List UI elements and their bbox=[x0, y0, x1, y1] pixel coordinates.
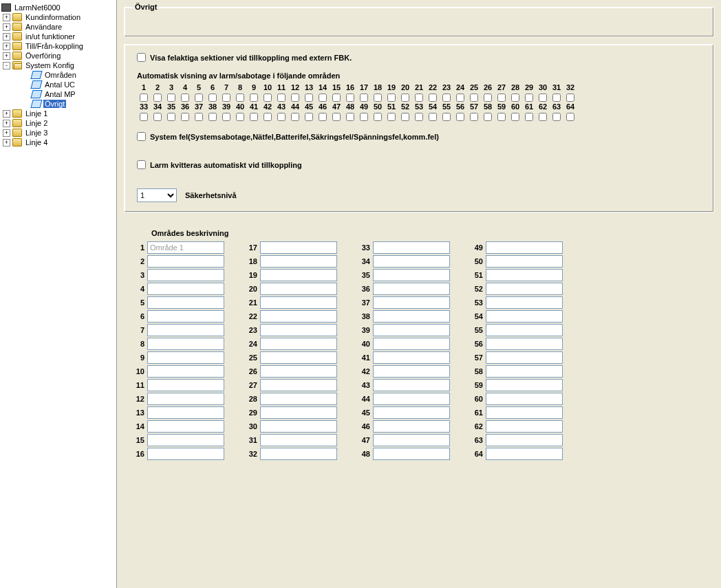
area-13-checkbox[interactable] bbox=[305, 94, 313, 102]
area-60-checkbox[interactable] bbox=[511, 113, 519, 121]
area-20-checkbox[interactable] bbox=[401, 94, 409, 102]
area-41-desc-input[interactable] bbox=[373, 351, 450, 364]
area-9-desc-input[interactable] bbox=[147, 351, 224, 364]
area-5-desc-input[interactable] bbox=[147, 296, 224, 309]
area-50-checkbox[interactable] bbox=[374, 113, 382, 121]
area-47-desc-input[interactable] bbox=[373, 434, 450, 446]
area-15-checkbox[interactable] bbox=[332, 94, 341, 102]
expand-icon[interactable]: + bbox=[3, 14, 10, 21]
area-28-checkbox[interactable] bbox=[511, 94, 519, 102]
area-32-checkbox[interactable] bbox=[566, 94, 574, 102]
area-12-desc-input[interactable] bbox=[147, 393, 224, 405]
area-24-desc-input[interactable] bbox=[260, 338, 337, 350]
area-39-desc-input[interactable] bbox=[373, 324, 450, 336]
area-58-checkbox[interactable] bbox=[484, 113, 492, 121]
area-47-checkbox[interactable] bbox=[332, 113, 341, 121]
tree-root[interactable]: LarmNet6000 bbox=[1, 3, 115, 12]
area-7-checkbox[interactable] bbox=[222, 94, 230, 102]
area-24-checkbox[interactable] bbox=[456, 94, 464, 102]
area-9-checkbox[interactable] bbox=[250, 94, 258, 102]
area-14-desc-input[interactable] bbox=[147, 420, 224, 433]
area-25-checkbox[interactable] bbox=[470, 94, 478, 102]
area-54-checkbox[interactable] bbox=[429, 113, 437, 121]
area-62-desc-input[interactable] bbox=[486, 420, 563, 433]
area-17-checkbox[interactable] bbox=[360, 94, 368, 102]
area-49-desc-input[interactable] bbox=[486, 241, 563, 254]
area-12-checkbox[interactable] bbox=[291, 94, 299, 102]
area-57-checkbox[interactable] bbox=[470, 113, 478, 121]
area-30-desc-input[interactable] bbox=[260, 420, 337, 433]
area-2-checkbox[interactable] bbox=[153, 94, 162, 102]
area-32-desc-input[interactable] bbox=[260, 448, 337, 460]
area-34-desc-input[interactable] bbox=[373, 255, 450, 268]
area-29-checkbox[interactable] bbox=[525, 94, 533, 102]
area-38-desc-input[interactable] bbox=[373, 310, 450, 323]
expand-icon[interactable]: + bbox=[3, 139, 10, 146]
area-55-checkbox[interactable] bbox=[442, 113, 451, 121]
area-64-desc-input[interactable] bbox=[486, 448, 563, 460]
area-44-desc-input[interactable] bbox=[373, 393, 450, 405]
area-45-desc-input[interactable] bbox=[373, 406, 450, 419]
larm-kvitteras-checkbox[interactable] bbox=[137, 160, 146, 169]
area-26-checkbox[interactable] bbox=[484, 94, 492, 102]
area-46-desc-input[interactable] bbox=[373, 420, 450, 433]
area-19-desc-input[interactable] bbox=[260, 269, 337, 281]
tree-item-omr-den[interactable]: Områden bbox=[1, 70, 115, 80]
area-33-checkbox[interactable] bbox=[140, 113, 148, 121]
area-20-desc-input[interactable] bbox=[260, 283, 337, 295]
area-36-desc-input[interactable] bbox=[373, 283, 450, 295]
area-56-checkbox[interactable] bbox=[456, 113, 464, 121]
area-3-checkbox[interactable] bbox=[167, 94, 175, 102]
area-41-checkbox[interactable] bbox=[250, 113, 258, 121]
area-31-checkbox[interactable] bbox=[552, 94, 561, 102]
area-14-checkbox[interactable] bbox=[319, 94, 327, 102]
area-39-checkbox[interactable] bbox=[222, 113, 230, 121]
area-13-desc-input[interactable] bbox=[147, 406, 224, 419]
area-45-checkbox[interactable] bbox=[305, 113, 313, 121]
area-59-checkbox[interactable] bbox=[497, 113, 506, 121]
expand-icon[interactable]: + bbox=[3, 129, 10, 137]
area-51-desc-input[interactable] bbox=[486, 269, 563, 281]
area-8-desc-input[interactable] bbox=[147, 338, 224, 350]
sakerhetsniva-select[interactable]: 1 bbox=[137, 188, 177, 202]
area-33-desc-input[interactable] bbox=[373, 241, 450, 254]
area-3-desc-input[interactable] bbox=[147, 269, 224, 281]
area-46-checkbox[interactable] bbox=[319, 113, 327, 121]
area-10-checkbox[interactable] bbox=[263, 94, 272, 102]
area-27-desc-input[interactable] bbox=[260, 379, 337, 391]
area-5-checkbox[interactable] bbox=[195, 94, 203, 102]
tree-item-linje-1[interactable]: +Linje 1 bbox=[1, 109, 115, 118]
tree-item-in-ut-funktioner[interactable]: +in/ut funktioner bbox=[1, 32, 115, 41]
area-18-desc-input[interactable] bbox=[260, 255, 337, 268]
area-11-checkbox[interactable] bbox=[277, 94, 286, 102]
area-40-checkbox[interactable] bbox=[236, 113, 244, 121]
area-63-desc-input[interactable] bbox=[486, 434, 563, 446]
area-42-checkbox[interactable] bbox=[263, 113, 272, 121]
area-43-checkbox[interactable] bbox=[277, 113, 286, 121]
area-22-checkbox[interactable] bbox=[429, 94, 437, 102]
area-27-checkbox[interactable] bbox=[497, 94, 506, 102]
tree-item-system-konfig[interactable]: -System Konfig bbox=[1, 61, 115, 70]
area-4-desc-input[interactable] bbox=[147, 283, 224, 295]
area-58-desc-input[interactable] bbox=[486, 365, 563, 378]
area-8-checkbox[interactable] bbox=[236, 94, 244, 102]
area-18-checkbox[interactable] bbox=[374, 94, 382, 102]
area-22-desc-input[interactable] bbox=[260, 310, 337, 323]
area-55-desc-input[interactable] bbox=[486, 324, 563, 336]
tree-item-linje-3[interactable]: +Linje 3 bbox=[1, 128, 115, 138]
area-16-desc-input[interactable] bbox=[147, 448, 224, 460]
area-49-checkbox[interactable] bbox=[360, 113, 368, 121]
area-16-checkbox[interactable] bbox=[346, 94, 354, 102]
area-60-desc-input[interactable] bbox=[486, 393, 563, 405]
collapse-icon[interactable]: - bbox=[3, 62, 10, 69]
area-23-desc-input[interactable] bbox=[260, 324, 337, 336]
area-34-checkbox[interactable] bbox=[153, 113, 162, 121]
area-37-desc-input[interactable] bbox=[373, 296, 450, 309]
area-7-desc-input[interactable] bbox=[147, 324, 224, 336]
area-62-checkbox[interactable] bbox=[539, 113, 547, 121]
area-59-desc-input[interactable] bbox=[486, 379, 563, 391]
area-36-checkbox[interactable] bbox=[181, 113, 189, 121]
tree-item-anv-ndare[interactable]: +Användare bbox=[1, 22, 115, 32]
area-21-desc-input[interactable] bbox=[260, 296, 337, 309]
area-19-checkbox[interactable] bbox=[387, 94, 396, 102]
